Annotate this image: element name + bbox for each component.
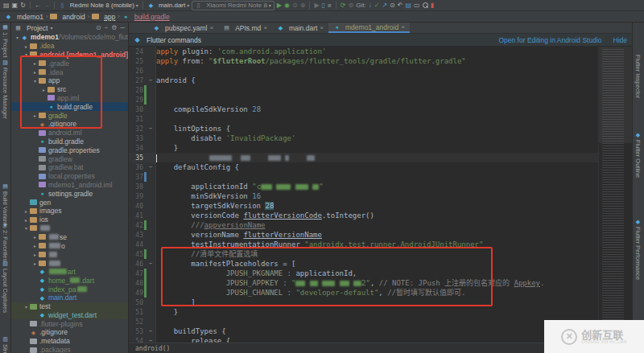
- code-line[interactable]: 30 compileSdkVersion 28: [129, 105, 598, 114]
- tree-item[interactable]: ◈.gitignore: [11, 328, 128, 337]
- tab-APIs.md[interactable]: ▤APIs.md×: [218, 23, 272, 33]
- run-config-selector[interactable]: ◆main.dart▾: [147, 1, 189, 10]
- code-line[interactable]: 48 JPUSH_APPKEY : " 2", // NOTE: JPush 上…: [129, 278, 598, 288]
- chevron-right-icon[interactable]: ▸: [31, 252, 39, 257]
- device-icon[interactable]: ▯: [322, 2, 325, 9]
- code-line[interactable]: 43 versionName flutterVersionName: [129, 230, 598, 240]
- tree-item[interactable]: ◆main.dart: [11, 293, 128, 302]
- close-icon[interactable]: ×: [209, 24, 213, 31]
- code-line[interactable]: 35: [129, 153, 598, 162]
- device-selector[interactable]: ▯Redmi Note 8 (mobile)▾: [59, 1, 138, 10]
- tree-item[interactable]: ▸gradle: [11, 111, 128, 120]
- open-in-folder-icon[interactable]: ▤: [405, 2, 411, 9]
- history-icon[interactable]: ⊙: [390, 2, 395, 9]
- chevron-right-icon[interactable]: ▸: [31, 69, 39, 75]
- open-in-android-studio-link[interactable]: Open for Editing in Android Studio: [498, 36, 601, 44]
- code-line[interactable]: 53− buildTypes {: [129, 326, 598, 336]
- chevron-down-icon[interactable]: ▾: [23, 304, 30, 310]
- tree-item[interactable]: ◆index_pa: [11, 285, 128, 293]
- code-line[interactable]: 47 JPUSH_PKGNAME : applicationId,: [129, 269, 598, 278]
- fold-icon[interactable]: −: [147, 77, 155, 84]
- chevron-right-icon[interactable]: ▸: [31, 113, 39, 118]
- chevron-down-icon[interactable]: ▾: [23, 51, 30, 57]
- fold-icon[interactable]: −: [147, 125, 155, 132]
- tab-pubspec.yaml[interactable]: ◆pubspec.yaml×: [148, 23, 218, 33]
- code-line[interactable]: 54− release {: [129, 336, 598, 343]
- tree-item[interactable]: ▾test: [11, 302, 128, 311]
- project-panel-title[interactable]: Project: [27, 24, 47, 32]
- chevron-right-icon[interactable]: ▸: [31, 261, 39, 266]
- tree-item[interactable]: ▾◆mdemo1 /Volumes/code/mo_flutt: [11, 33, 128, 42]
- save-icon[interactable]: ▣: [12, 2, 19, 9]
- tree-item[interactable]: gradle.properties: [11, 146, 128, 154]
- sync-icon[interactable]: ↻: [20, 2, 26, 9]
- terminal-icon[interactable]: ▭: [414, 2, 420, 9]
- run-icon[interactable]: ▶: [277, 2, 282, 9]
- tree-item[interactable]: mdemo1_android.iml: [11, 181, 128, 190]
- code-line[interactable]: 40 targetSdkVersion 28: [129, 201, 598, 211]
- breadcrumb-item-mdemo1[interactable]: ◆mdemo1: [5, 13, 43, 21]
- tree-item[interactable]: .packages: [11, 346, 128, 353]
- tree-item[interactable]: gradlew.bat: [11, 163, 128, 172]
- breadcrumb-item-android[interactable]: android: [50, 13, 85, 21]
- tool-stripe-structure[interactable]: ▥Structure: [2, 336, 9, 353]
- close-icon[interactable]: ×: [263, 24, 267, 31]
- chevron-down-icon[interactable]: ▾: [50, 25, 52, 31]
- tree-item[interactable]: ◆home_.dart: [11, 276, 128, 285]
- hide-notification-link[interactable]: Hide: [613, 36, 627, 44]
- code-line[interactable]: 44 testInstrumentationRunner "androidx.t…: [129, 240, 598, 249]
- code-line[interactable]: 36− defaultConfig {: [129, 162, 598, 172]
- code-line[interactable]: 38 applicationId "c ": [129, 182, 598, 191]
- profile-icon[interactable]: ⊙: [292, 2, 298, 9]
- rollback-icon[interactable]: ↶: [398, 2, 403, 9]
- tree-item[interactable]: ◆art: [11, 268, 128, 277]
- hide-panel-icon[interactable]: ─: [120, 24, 125, 31]
- tree-item[interactable]: app.iml: [11, 94, 128, 103]
- tree-item[interactable]: gradlew: [11, 154, 128, 163]
- code-line[interactable]: 27−android {: [129, 76, 598, 85]
- code-line[interactable]: 34 }: [129, 143, 598, 153]
- tree-item[interactable]: ▸: [11, 250, 128, 259]
- git-commit-icon[interactable]: ✓: [374, 2, 380, 9]
- tool-stripe-2-favorites[interactable]: ★2: Favorites: [2, 222, 9, 261]
- notifications-icon[interactable]: ▮: [431, 2, 434, 9]
- tool-stripe-layout-captures[interactable]: ▧Layout Captures: [2, 261, 9, 313]
- tool-stripe-flutter-performance[interactable]: ◆Flutter Performance: [634, 219, 642, 280]
- editor-breadcrumb[interactable]: android(): [135, 345, 170, 352]
- chevron-right-icon[interactable]: ▸: [23, 208, 30, 214]
- code-line[interactable]: 32− lintOptions {: [129, 124, 598, 133]
- git-update-icon[interactable]: ↓: [369, 2, 372, 9]
- tree-item[interactable]: ●build.gradle: [11, 138, 128, 146]
- code-lines[interactable]: 24apply plugin: 'com.android.application…: [129, 47, 598, 343]
- back-icon[interactable]: ←: [35, 2, 41, 9]
- select-opened-file-icon[interactable]: ⊙: [96, 24, 101, 31]
- chevron-right-icon[interactable]: ▸: [23, 43, 30, 49]
- chevron-down-icon[interactable]: ▾: [31, 78, 39, 84]
- stop-icon[interactable]: ■: [328, 2, 332, 9]
- tree-item[interactable]: ▸se: [11, 232, 128, 241]
- git-push-icon[interactable]: ↗: [382, 2, 387, 9]
- tree-item[interactable]: ▸.idea: [11, 68, 128, 76]
- attach-debugger-icon[interactable]: ⊕: [300, 2, 306, 9]
- code-line[interactable]: 24apply plugin: 'com.android.application…: [129, 47, 598, 56]
- code-line[interactable]: 33 disable 'InvalidPackage': [129, 133, 598, 143]
- search-everywhere-icon[interactable]: [423, 2, 428, 8]
- tab-mdemo1_android[interactable]: ●mdemo1_android×: [328, 23, 410, 33]
- close-icon[interactable]: ×: [401, 23, 405, 31]
- chevron-right-icon[interactable]: ▸: [31, 243, 39, 248]
- code-line[interactable]: 28: [129, 85, 598, 95]
- tree-item[interactable]: ◆widget_test.dart: [11, 311, 128, 320]
- tree-item[interactable]: ▸o: [11, 241, 128, 250]
- chevron-down-icon[interactable]: ▾: [14, 35, 21, 40]
- code-line[interactable]: 29: [129, 95, 598, 105]
- tree-item[interactable]: ▸images: [11, 207, 128, 215]
- tool-stripe-resource-manager[interactable]: ▨Resource Manager: [2, 60, 9, 119]
- open-folder-icon[interactable]: ▤: [3, 2, 10, 9]
- tree-item[interactable]: ▾app: [11, 76, 128, 85]
- target-device-selector[interactable]: ▯Xiaomi Redmi Note 8▾: [192, 1, 275, 10]
- tree-item[interactable]: ◈.gitignore: [11, 120, 128, 129]
- tab-main.dart[interactable]: ◆main.dart×: [272, 23, 328, 33]
- chevron-down-icon[interactable]: ▾: [23, 225, 30, 231]
- fold-icon[interactable]: −: [147, 338, 155, 343]
- tree-item[interactable]: ▸.gradle: [11, 59, 128, 68]
